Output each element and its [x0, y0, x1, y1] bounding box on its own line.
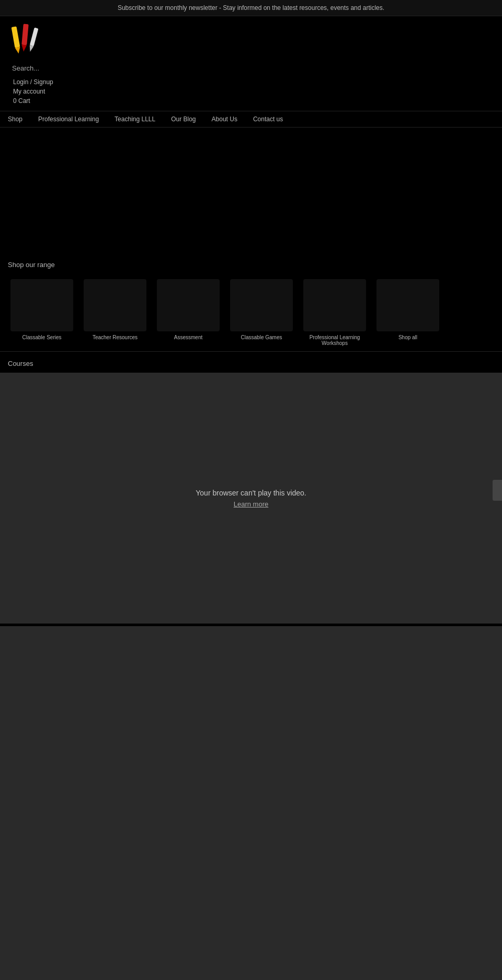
- product-thumb-img-classable-games: [230, 279, 293, 331]
- nav-our-blog[interactable]: Our Blog: [171, 116, 196, 123]
- nav-shop[interactable]: Shop: [8, 116, 22, 123]
- courses-section: Courses: [0, 352, 502, 367]
- courses-title: Courses: [8, 360, 494, 367]
- product-label-teacher-resources: Teacher Resources: [93, 335, 138, 340]
- banner-text: Subscribe to our monthly newsletter - St…: [118, 4, 384, 11]
- video-extended-area: [0, 825, 502, 980]
- product-label-pl-workshops: Professional Learning Workshops: [301, 335, 369, 346]
- nav-about-us[interactable]: About Us: [212, 116, 237, 123]
- svg-rect-2: [21, 24, 28, 45]
- search-bar[interactable]: Search...: [8, 62, 43, 74]
- video-message-1: Your browser can't play this video.: [196, 489, 306, 497]
- product-label-classable-series: Classable Series: [22, 335, 61, 340]
- product-thumb-img-shop-all: [376, 279, 439, 331]
- list-item[interactable]: Classable Series: [8, 279, 76, 346]
- product-label-shop-all: Shop all: [398, 335, 417, 340]
- svg-rect-0: [12, 26, 20, 48]
- shop-range-section: Shop our range Classable Series Teacher …: [0, 253, 502, 351]
- nav-teaching-llll[interactable]: Teaching LLLL: [115, 116, 155, 123]
- product-thumb-img-pl-workshops: [303, 279, 366, 331]
- header: Search... Login / Signup My account 0 Ca…: [0, 16, 502, 111]
- product-thumb-img-classable-series: [10, 279, 73, 331]
- product-thumb-img-assessment: [157, 279, 220, 331]
- hero-section: [0, 128, 502, 253]
- shop-range-title: Shop our range: [8, 261, 494, 269]
- list-item[interactable]: Assessment: [154, 279, 222, 346]
- cart-link[interactable]: 0 Cart: [13, 96, 53, 106]
- video-spacer-1: [0, 626, 502, 825]
- list-item[interactable]: Teacher Resources: [81, 279, 149, 346]
- video-learn-more-1[interactable]: Learn more: [234, 500, 268, 508]
- video-container-1: Your browser can't play this video. Lear…: [0, 373, 502, 624]
- login-signup-link[interactable]: Login / Signup: [13, 77, 53, 87]
- nav-contact-us[interactable]: Contact us: [253, 116, 283, 123]
- svg-marker-5: [28, 45, 34, 52]
- list-item[interactable]: Shop all: [374, 279, 442, 346]
- product-label-assessment: Assessment: [174, 335, 202, 340]
- product-row: Classable Series Teacher Resources Asses…: [8, 274, 494, 351]
- svg-rect-4: [30, 28, 39, 47]
- my-account-link[interactable]: My account: [13, 87, 53, 96]
- svg-marker-1: [15, 47, 21, 54]
- list-item[interactable]: Professional Learning Workshops: [301, 279, 369, 346]
- product-label-classable-games: Classable Games: [241, 335, 282, 340]
- nav-professional-learning[interactable]: Professional Learning: [38, 116, 99, 123]
- list-item[interactable]: Classable Games: [227, 279, 295, 346]
- top-banner: Subscribe to our monthly newsletter - St…: [0, 0, 502, 16]
- svg-marker-3: [21, 44, 27, 52]
- logo-area: [8, 21, 47, 58]
- product-thumb-img-teacher-resources: [84, 279, 146, 331]
- user-menu: Login / Signup My account 0 Cart: [13, 77, 53, 106]
- main-nav: Shop Professional Learning Teaching LLLL…: [0, 111, 502, 128]
- logo-icon[interactable]: [8, 21, 44, 58]
- video-scroll-button[interactable]: [493, 480, 502, 501]
